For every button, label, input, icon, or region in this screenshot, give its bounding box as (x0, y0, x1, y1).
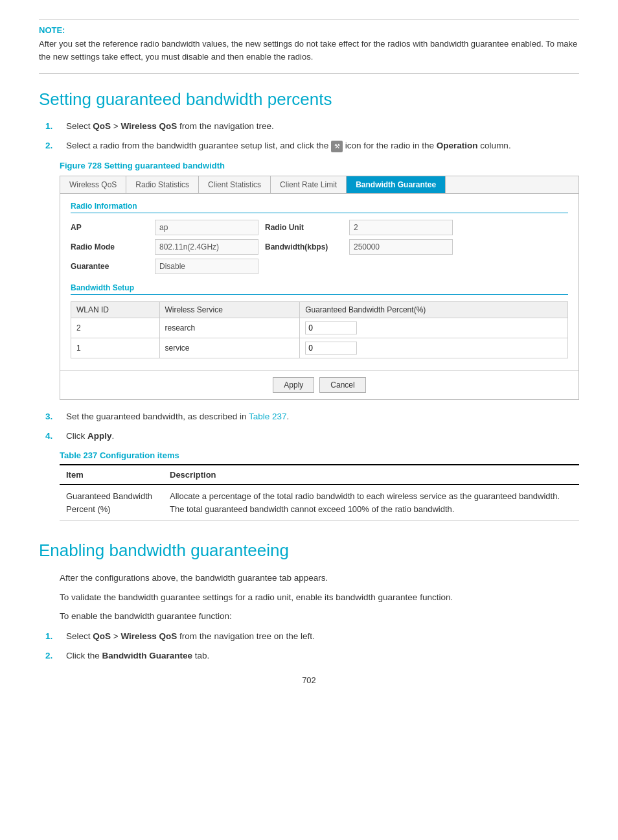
step-2: 2. Select a radio from the bandwidth gua… (45, 139, 579, 152)
section2-step-1-content: Select QoS > Wireless QoS from the navig… (66, 630, 579, 643)
section1-title: Setting guaranteed bandwidth percents (39, 89, 579, 110)
step-num-1: 1. (45, 120, 61, 133)
service-2: service (159, 338, 300, 358)
steps-after: 3. Set the guaranteed bandwidth, as desc… (39, 410, 579, 443)
wlan-id-1: 2 (71, 318, 160, 338)
section2-para3: To enable the bandwidth guarantee functi… (60, 609, 579, 624)
table-row: 2 research (71, 318, 568, 338)
radio-unit-input[interactable] (349, 220, 453, 235)
tab-wireless-qos[interactable]: Wireless QoS (60, 176, 126, 193)
step-1: 1. Select QoS > Wireless QoS from the na… (45, 120, 579, 133)
col-guaranteed-pct: Guaranteed Bandwidth Percent(%) (300, 301, 568, 318)
section2-step-1: 1. Select QoS > Wireless QoS from the na… (45, 630, 579, 643)
step-num-2: 2. (45, 139, 61, 152)
config-item-1: Guaranteed BandwidthPercent (%) (60, 485, 163, 521)
radio-mode-label: Radio Mode (71, 242, 148, 251)
step-2-content: Select a radio from the bandwidth guaran… (66, 139, 579, 152)
cancel-button[interactable]: Cancel (319, 377, 365, 393)
radio-mode-input[interactable] (155, 239, 258, 255)
figure-label: Figure 728 Setting guaranteed bandwidth (60, 161, 579, 170)
ui-panel: Wireless QoS Radio Statistics Client Sta… (60, 176, 579, 400)
bandwidth-kbps-input[interactable] (349, 239, 453, 255)
bandwidth-setup-header: Bandwidth Setup (71, 283, 568, 295)
col-wireless-service: Wireless Service (159, 301, 300, 318)
section2-para1: After the configurations above, the band… (60, 571, 579, 585)
step-num-4: 4. (45, 430, 61, 443)
tab-client-statistics[interactable]: Client Statistics (199, 176, 271, 193)
bandwidth-kbps-label: Bandwidth(kbps) (265, 242, 343, 251)
section2-step-num-1: 1. (45, 630, 61, 643)
section2-step-2-content: Click the Bandwidth Guarantee tab. (66, 649, 579, 662)
apply-button[interactable]: Apply (273, 377, 314, 393)
note-text: After you set the reference radio bandwi… (39, 38, 579, 74)
wlan-id-2: 1 (71, 338, 160, 358)
radio-info-header: Radio Information (71, 202, 568, 213)
tab-radio-statistics[interactable]: Radio Statistics (126, 176, 199, 193)
section2-steps: 1. Select QoS > Wireless QoS from the na… (39, 630, 579, 663)
ap-input[interactable] (155, 220, 258, 235)
step-num-3: 3. (45, 410, 61, 423)
button-row: Apply Cancel (60, 370, 578, 399)
service-1: research (159, 318, 300, 338)
pct-1 (300, 318, 568, 338)
step-3-content: Set the guaranteed bandwidth, as describ… (66, 410, 579, 423)
panel-body: Radio Information AP Radio Unit Radio Mo… (60, 194, 578, 366)
config-table-label: Table 237 Configuration items (60, 450, 579, 460)
pct-input-1[interactable] (305, 321, 357, 334)
pct-input-2[interactable] (305, 342, 357, 355)
step-4: 4. Click Apply. (45, 430, 579, 443)
col-wlan-id: WLAN ID (71, 301, 160, 318)
section2-content: After the configurations above, the band… (39, 571, 579, 624)
step-3: 3. Set the guaranteed bandwidth, as desc… (45, 410, 579, 423)
pct-2 (300, 338, 568, 358)
tab-bandwidth-guarantee[interactable]: Bandwidth Guarantee (347, 176, 446, 193)
note-label: NOTE: (39, 25, 579, 35)
table-237-link[interactable]: Table 237 (249, 412, 287, 421)
section2-para2: To validate the bandwidth guarantee sett… (60, 590, 579, 605)
radio-unit-label: Radio Unit (265, 223, 343, 232)
section2-step-2: 2. Click the Bandwidth Guarantee tab. (45, 649, 579, 662)
config-col-description: Description (163, 465, 579, 485)
guarantee-input[interactable] (155, 259, 258, 274)
config-table: Item Description Guaranteed BandwidthPer… (60, 464, 579, 521)
page-number: 702 (39, 675, 579, 685)
step-1-content: Select QoS > Wireless QoS from the navig… (66, 120, 579, 133)
table-row: 1 service (71, 338, 568, 358)
tabs-row: Wireless QoS Radio Statistics Client Sta… (60, 176, 578, 194)
step-4-content: Click Apply. (66, 430, 579, 443)
config-desc-1: Allocate a percentage of the total radio… (163, 485, 579, 521)
section1-steps: 1. Select QoS > Wireless QoS from the na… (39, 120, 579, 153)
bandwidth-table: WLAN ID Wireless Service Guaranteed Band… (71, 301, 568, 358)
ap-label: AP (71, 223, 148, 232)
config-col-item: Item (60, 465, 163, 485)
section2-step-num-2: 2. (45, 649, 61, 662)
radio-info-form: AP Radio Unit Radio Mode Bandwidth(kbps)… (71, 220, 568, 274)
config-row-1: Guaranteed BandwidthPercent (%) Allocate… (60, 485, 579, 521)
tab-client-rate-limit[interactable]: Client Rate Limit (271, 176, 347, 193)
section2-title: Enabling bandwidth guaranteeing (39, 541, 579, 561)
operation-icon: ⚒ (331, 141, 343, 152)
guarantee-label: Guarantee (71, 262, 148, 271)
top-divider (39, 19, 579, 20)
